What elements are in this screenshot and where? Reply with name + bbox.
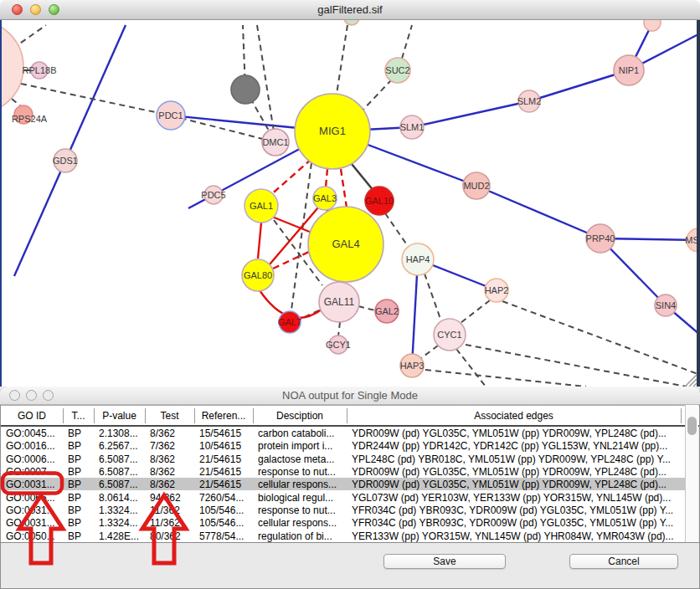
cell-goid: GO:0031... [6,479,61,490]
edge-dash [360,80,391,113]
vertical-scrollbar[interactable] [685,405,698,542]
table-row[interactable]: GO:0007...BP6.5087...8/36221/54615respon… [1,465,685,478]
column-divider[interactable] [94,408,95,423]
resize-grip-icon[interactable] [689,379,697,387]
node-label-SIN4: SIN4 [656,300,676,310]
node-label-MIG1: MIG1 [319,125,346,137]
cell-t: BP [68,517,92,529]
column-divider[interactable] [194,408,195,423]
node-label-GAL11: GAL11 [324,296,355,308]
node-green-top[interactable] [344,20,359,25]
cell-desciption: regulation of bi... [258,530,345,542]
column-divider[interactable] [253,408,254,423]
column-divider[interactable] [347,408,347,423]
cell-t: BP [68,492,92,504]
noa-window-title: NOA output for Single Mode [0,389,700,402]
cell-pvalue: 1.428E... [99,530,143,542]
cell-pvalue: 2.1308... [99,428,143,439]
edge-dash [425,274,441,321]
cell-test: 8/362 [150,466,193,478]
column-divider[interactable] [63,408,64,423]
cell-referen: 10/54615 [199,440,251,452]
cell-desciption: response to nut... [258,504,345,516]
column-header-4[interactable]: Test [145,410,194,423]
noa-window-titlebar: NOA output for Single Mode [0,387,700,405]
cancel-button[interactable]: Cancel [569,554,678,569]
network-canvas[interactable]: RPL18BRPS24AGDS1PDC1PDC5MIG1SUC2SLM1DMC1… [0,20,700,387]
cell-associatededges: YER133W (pp) YOR315W, YNL145W (pd) YHR08… [352,530,679,542]
table-row[interactable]: GO:0050...BP1.428E...80/3625778/54...reg… [1,530,685,542]
cell-referen: 5778/54... [199,530,251,542]
column-divider[interactable] [681,408,682,423]
table-row[interactable]: GO:0006...BP6.5087...8/36221/54615galact… [1,453,685,465]
cell-referen: 21/54615 [199,479,251,490]
node-label-GAL3: GAL3 [313,193,337,203]
node-label-PDC5: PDC5 [201,190,225,200]
column-header-1[interactable]: GO ID [1,410,63,423]
cell-test: 7/362 [150,440,193,452]
cell-test: 8/362 [150,428,193,439]
cell-associatededges: YGL073W (pd) YER103W, YER133W (pp) YOR31… [352,492,679,504]
edge-dash [461,300,490,323]
cell-pvalue: 6.5087... [99,453,143,465]
column-header-7[interactable]: Associated edges [347,410,681,423]
edge-reddash [326,169,327,187]
edge-dark [352,164,374,192]
edge-dash [466,345,687,387]
node-label-SUC2: SUC2 [385,65,409,75]
cell-t: BP [68,428,92,439]
table-row[interactable]: GO:0045...BP2.1308...8/36215/54615carbon… [1,427,685,439]
node-label-SLM1: SLM1 [400,122,425,132]
cell-goid: GO:0050... [6,530,61,542]
table-row[interactable]: GO:0016...BP6.2567...7/36210/54615protei… [1,439,685,452]
network-canvas-svg: RPL18BRPS24AGDS1PDC1PDC5MIG1SUC2SLM1DMC1… [0,20,700,387]
node-label-GAL80: GAL80 [244,270,272,280]
node-pink-top[interactable] [644,20,661,31]
column-header-5[interactable]: Referen... [194,410,253,423]
node-label-GAL2: GAL2 [375,306,399,316]
edge-dash [402,25,412,59]
cell-associatededges: YFR034C (pd) YBR093C, YDR009W (pd) YGL03… [352,504,679,516]
column-header-2[interactable]: T... [63,410,94,423]
cell-t: BP [68,479,92,490]
cell-pvalue: 8.0614... [99,492,143,504]
cell-goid: GO:0031... [6,517,61,529]
edge-blue [476,186,600,238]
table-row[interactable]: GO:0065...BP8.0614...94/3627260/54...bio… [1,491,685,504]
node-gray-node[interactable] [231,75,260,104]
table-header: GO IDT...P-valueTestReferen...Desciption… [1,405,699,427]
node-label-GAL4: GAL4 [332,238,359,250]
cell-pvalue: 6.5087... [99,479,143,490]
canvas-right-border [697,20,700,387]
column-header-3[interactable]: P-value [94,410,145,423]
edge-dash [421,346,438,358]
cell-associatededges: YDR009W (pd) YGL035C, YML051W (pp) YDR00… [352,479,679,490]
node-label-PDC1: PDC1 [158,110,183,120]
canvas-left-border [0,20,2,387]
cell-desciption: carbon cataboli... [258,428,345,439]
cell-t: BP [68,453,92,465]
cell-referen: 21/54615 [199,466,251,478]
column-header-6[interactable]: Desciption [253,410,347,423]
table-row[interactable]: GO:0031...BP6.5087...8/36221/54615cellul… [1,478,685,490]
scrollbar-thumb[interactable] [687,417,697,435]
save-button[interactable]: Save [383,554,506,569]
cell-referen: 21/54615 [199,453,251,465]
node-label-HAP2: HAP2 [485,285,509,295]
table-row[interactable]: GO:0031...BP1.3324...11/362105/546...res… [1,504,685,516]
table-body: GO:0045...BP2.1308...8/36215/54615carbon… [1,427,685,542]
cell-desciption: cellular respons... [258,517,345,529]
cell-goid: GO:0007... [6,466,61,478]
node-label-HAP4: HAP4 [406,254,430,264]
cell-associatededges: YPL248C (pd) YBR018C, YML051W (pp) YDR00… [352,453,679,465]
column-divider[interactable] [145,408,146,423]
node-label-SLM2: SLM2 [517,96,542,106]
cell-t: BP [68,466,92,478]
node-label-CYC1: CYC1 [437,330,461,340]
cell-referen: 105/546... [199,517,251,529]
cell-referen: 15/54615 [199,428,251,439]
table-row[interactable]: GO:0031...BP1.3324...11/362105/546...cel… [1,516,685,529]
edge-dash [171,115,275,142]
node-label-GAL7: GAL7 [278,317,301,327]
network-window-titlebar: galFiltered.sif [0,0,700,20]
